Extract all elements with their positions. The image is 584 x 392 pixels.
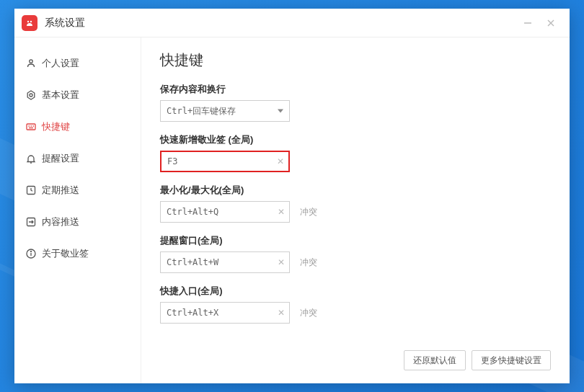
conflict-badge: 冲突 [300, 206, 317, 218]
page-heading: 快捷键 [160, 50, 551, 70]
group-entry: 快捷入口(全局) ✕ 冲突 [160, 285, 551, 324]
settings-window: 系统设置 个人设置 基本设置 [14, 9, 570, 383]
sidebar-item-label: 个人设置 [42, 57, 79, 70]
minimize-button[interactable] [516, 12, 539, 35]
remind-input-wrapper: ✕ [160, 251, 290, 273]
entry-input[interactable] [167, 308, 283, 318]
sidebar-item-content-push[interactable]: 内容推送 [14, 206, 141, 238]
window-title: 系统设置 [45, 17, 85, 30]
sidebar-item-label: 提醒设置 [42, 152, 79, 165]
entry-input-wrapper: ✕ [160, 302, 290, 324]
clear-icon[interactable]: ✕ [278, 308, 285, 318]
svg-point-7 [30, 94, 32, 97]
group-remind-label: 提醒窗口(全局) [160, 234, 551, 247]
app-icon [22, 15, 37, 31]
svg-point-0 [27, 20, 29, 22]
conflict-badge: 冲突 [300, 257, 317, 269]
svg-point-18 [31, 251, 32, 252]
bell-icon [25, 152, 37, 165]
conflict-badge: 冲突 [300, 307, 317, 319]
svg-rect-8 [27, 124, 35, 130]
addnote-input-wrapper: ✕ [160, 151, 290, 172]
save-select[interactable]: Ctrl+回车键保存 [160, 100, 290, 122]
group-addnote-label: 快速新增敬业签 (全局) [160, 133, 551, 146]
save-select-value: Ctrl+回车键保存 [167, 105, 236, 117]
sidebar-item-about[interactable]: 关于敬业签 [14, 238, 141, 270]
gear-icon [25, 89, 37, 102]
sidebar-item-scheduled-push[interactable]: 定期推送 [14, 174, 141, 206]
send-icon [25, 215, 37, 228]
sidebar-item-shortcuts[interactable]: 快捷键 [14, 111, 141, 143]
sidebar-item-label: 内容推送 [42, 215, 79, 228]
group-minmax: 最小化/最大化(全局) ✕ 冲突 [160, 184, 551, 223]
remind-input[interactable] [167, 257, 283, 267]
svg-marker-6 [27, 91, 35, 99]
clear-icon[interactable]: ✕ [278, 257, 285, 267]
clear-icon[interactable]: ✕ [278, 207, 285, 217]
addnote-input[interactable] [167, 156, 283, 166]
group-save: 保存内容和换行 Ctrl+回车键保存 [160, 83, 551, 122]
group-entry-label: 快捷入口(全局) [160, 285, 551, 298]
person-icon [25, 57, 37, 70]
svg-point-1 [30, 20, 32, 22]
group-addnote: 快速新增敬业签 (全局) ✕ [160, 133, 551, 172]
svg-point-5 [30, 60, 32, 63]
footer-buttons: 还原默认值 更多快捷键设置 [404, 350, 551, 370]
group-save-label: 保存内容和换行 [160, 83, 551, 96]
close-button[interactable] [539, 12, 562, 35]
keyboard-icon [25, 120, 37, 133]
sidebar-item-basic[interactable]: 基本设置 [14, 79, 141, 111]
titlebar: 系统设置 [14, 9, 570, 37]
restore-defaults-button[interactable]: 还原默认值 [404, 350, 466, 370]
chevron-down-icon [278, 110, 283, 113]
clock-icon [25, 184, 37, 197]
content-panel: 快捷键 保存内容和换行 Ctrl+回车键保存 快速新增敬业签 (全局) ✕ [141, 37, 570, 383]
group-remind: 提醒窗口(全局) ✕ 冲突 [160, 234, 551, 273]
sidebar-item-label: 基本设置 [42, 89, 79, 102]
group-minmax-label: 最小化/最大化(全局) [160, 184, 551, 197]
more-shortcuts-button[interactable]: 更多快捷键设置 [472, 350, 551, 370]
minmax-input[interactable] [167, 207, 283, 217]
sidebar-item-reminder[interactable]: 提醒设置 [14, 143, 141, 174]
sidebar-item-label: 定期推送 [42, 184, 79, 197]
minmax-input-wrapper: ✕ [160, 201, 290, 223]
clear-icon[interactable]: ✕ [277, 156, 284, 166]
sidebar-item-label: 快捷键 [42, 120, 70, 133]
info-icon [25, 247, 37, 260]
sidebar-item-label: 关于敬业签 [42, 247, 89, 260]
sidebar-item-personal[interactable]: 个人设置 [14, 48, 141, 79]
sidebar: 个人设置 基本设置 快捷键 提醒设置 [14, 37, 141, 383]
